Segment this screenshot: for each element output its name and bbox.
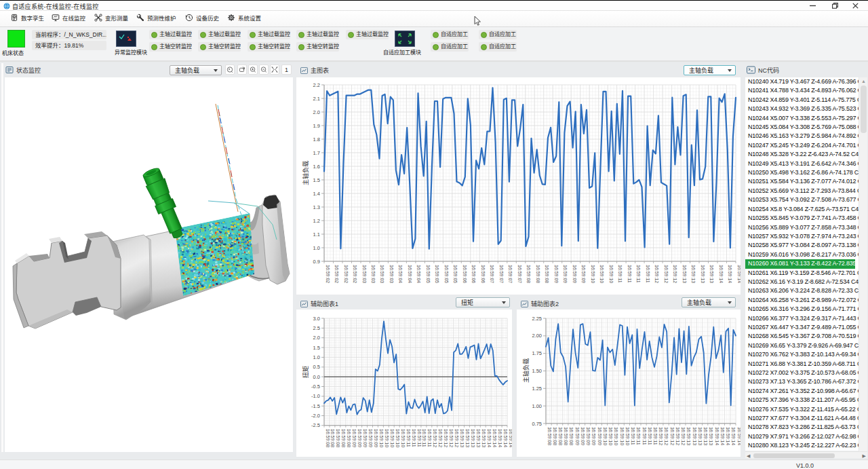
svg-text:16:59:14: 16:59:14 bbox=[726, 427, 730, 445]
svg-text:-2.5: -2.5 bbox=[311, 422, 320, 428]
svg-text:16:59:09: 16:59:09 bbox=[575, 427, 580, 445]
svg-text:16:59:10: 16:59:10 bbox=[599, 265, 604, 283]
svg-text:16:59:06: 16:59:06 bbox=[462, 265, 467, 283]
svg-text:16:59:14: 16:59:14 bbox=[715, 427, 719, 445]
svg-text:0.5: 0.5 bbox=[313, 364, 320, 370]
svg-text:16:59:14: 16:59:14 bbox=[492, 429, 497, 447]
svg-text:16:59:12: 16:59:12 bbox=[449, 429, 454, 447]
svg-text:1.00: 1.00 bbox=[532, 403, 542, 409]
svg-text:16:59:09: 16:59:09 bbox=[363, 429, 368, 447]
svg-text:16:59:11: 16:59:11 bbox=[642, 427, 647, 445]
svg-text:-1.5: -1.5 bbox=[311, 403, 320, 409]
svg-text:16:59:14: 16:59:14 bbox=[719, 265, 724, 283]
svg-text:16:59:08: 16:59:08 bbox=[326, 429, 330, 447]
svg-text:16:59:10: 16:59:10 bbox=[603, 427, 608, 445]
svg-text:16:59:13: 16:59:13 bbox=[481, 429, 486, 447]
svg-text:1.9: 1.9 bbox=[313, 123, 320, 129]
svg-text:1.1: 1.1 bbox=[313, 231, 320, 238]
svg-text:16:59:06: 16:59:06 bbox=[471, 265, 476, 283]
svg-text:-1.0: -1.0 bbox=[311, 393, 320, 399]
svg-text:16:59:05: 16:59:05 bbox=[444, 265, 449, 283]
svg-text:16:59:11: 16:59:11 bbox=[427, 429, 432, 447]
svg-text:1.5: 1.5 bbox=[313, 177, 320, 183]
svg-text:2.0: 2.0 bbox=[313, 335, 320, 341]
svg-text:16:59:12: 16:59:12 bbox=[454, 429, 459, 447]
svg-text:16:59:10: 16:59:10 bbox=[591, 265, 595, 283]
svg-text:16:59:13: 16:59:13 bbox=[476, 429, 481, 447]
svg-text:16:59:13: 16:59:13 bbox=[692, 427, 697, 445]
svg-text:16:59:09: 16:59:09 bbox=[352, 429, 357, 447]
svg-text:1.3: 1.3 bbox=[313, 204, 320, 210]
svg-text:2.5: 2.5 bbox=[313, 325, 320, 331]
svg-text:16:59:11: 16:59:11 bbox=[412, 429, 416, 447]
svg-text:16:59:14: 16:59:14 bbox=[737, 427, 741, 445]
svg-text:1.6: 1.6 bbox=[313, 164, 320, 170]
svg-text:16:59:13: 16:59:13 bbox=[701, 265, 705, 283]
svg-text:1.4: 1.4 bbox=[313, 191, 320, 197]
svg-text:16:59:14: 16:59:14 bbox=[737, 265, 741, 283]
svg-text:2.0: 2.0 bbox=[313, 109, 320, 115]
svg-text:16:59:14: 16:59:14 bbox=[720, 427, 725, 445]
svg-text:16:59:13: 16:59:13 bbox=[682, 265, 687, 283]
svg-text:16:59:10: 16:59:10 bbox=[384, 429, 389, 447]
svg-text:16:59:10: 16:59:10 bbox=[379, 429, 384, 447]
svg-text:16:59:11: 16:59:11 bbox=[417, 429, 422, 447]
svg-text:16:59:09: 16:59:09 bbox=[357, 429, 362, 447]
svg-text:16:59:08: 16:59:08 bbox=[558, 427, 563, 445]
svg-text:16:59:12: 16:59:12 bbox=[654, 265, 659, 283]
svg-text:3.0: 3.0 bbox=[313, 316, 320, 322]
svg-text:16:59:09: 16:59:09 bbox=[374, 429, 378, 447]
svg-text:1.8: 1.8 bbox=[313, 136, 320, 143]
svg-text:16:59:09: 16:59:09 bbox=[581, 265, 586, 283]
svg-text:16:59:03: 16:59:03 bbox=[371, 265, 376, 283]
svg-text:16:59:12: 16:59:12 bbox=[658, 427, 663, 445]
svg-text:16:59:11: 16:59:11 bbox=[653, 427, 658, 445]
svg-text:1.25: 1.25 bbox=[532, 386, 542, 392]
svg-text:16:59:09: 16:59:09 bbox=[580, 427, 585, 445]
svg-text:16:59:03: 16:59:03 bbox=[380, 265, 384, 283]
svg-text:16:59:11: 16:59:11 bbox=[636, 265, 641, 283]
svg-text:16:59:12: 16:59:12 bbox=[438, 429, 443, 447]
svg-text:16:59:13: 16:59:13 bbox=[703, 427, 708, 445]
svg-text:16:59:03: 16:59:03 bbox=[389, 265, 394, 283]
svg-text:16:59:12: 16:59:12 bbox=[673, 265, 677, 283]
svg-text:16:59:02: 16:59:02 bbox=[344, 265, 349, 283]
svg-text:16:59:08: 16:59:08 bbox=[347, 429, 351, 447]
svg-text:16:59:12: 16:59:12 bbox=[433, 429, 437, 447]
svg-text:16:59:08: 16:59:08 bbox=[341, 429, 346, 447]
svg-text:1.50: 1.50 bbox=[532, 368, 542, 374]
svg-text:16:59:08: 16:59:08 bbox=[564, 427, 568, 445]
svg-text:16:59:11: 16:59:11 bbox=[631, 427, 635, 445]
svg-text:16:59:07: 16:59:07 bbox=[508, 265, 513, 283]
svg-text:0.0: 0.0 bbox=[313, 374, 320, 380]
svg-text:16:59:08: 16:59:08 bbox=[569, 427, 574, 445]
svg-text:16:59:04: 16:59:04 bbox=[408, 265, 412, 283]
svg-text:16:59:13: 16:59:13 bbox=[691, 265, 696, 283]
svg-text:0.75: 0.75 bbox=[532, 421, 542, 427]
svg-text:16:59:08: 16:59:08 bbox=[526, 265, 531, 283]
svg-text:16:59:12: 16:59:12 bbox=[670, 427, 675, 445]
svg-text:16:59:11: 16:59:11 bbox=[618, 265, 623, 283]
svg-text:1.2: 1.2 bbox=[313, 218, 320, 224]
svg-text:16:59:13: 16:59:13 bbox=[465, 429, 470, 447]
svg-text:16:59:04: 16:59:04 bbox=[398, 265, 403, 283]
svg-text:2.2: 2.2 bbox=[313, 82, 320, 88]
svg-text:16:59:14: 16:59:14 bbox=[487, 429, 492, 447]
svg-text:16:59:12: 16:59:12 bbox=[681, 427, 686, 445]
svg-text:16:59:07: 16:59:07 bbox=[499, 265, 504, 283]
svg-text:16:59:10: 16:59:10 bbox=[401, 429, 406, 447]
svg-text:16:59:13: 16:59:13 bbox=[460, 429, 465, 447]
svg-text:16:59:12: 16:59:12 bbox=[664, 265, 669, 283]
svg-text:16:59:11: 16:59:11 bbox=[646, 265, 650, 283]
svg-text:16:59:09: 16:59:09 bbox=[591, 427, 596, 445]
svg-text:16:59:10: 16:59:10 bbox=[609, 265, 614, 283]
svg-text:1.0: 1.0 bbox=[313, 245, 320, 251]
svg-text:16:59:13: 16:59:13 bbox=[709, 265, 714, 283]
svg-text:16:59:11: 16:59:11 bbox=[636, 427, 641, 445]
svg-text:2.25: 2.25 bbox=[532, 316, 542, 322]
svg-text:16:59:14: 16:59:14 bbox=[503, 429, 508, 447]
svg-text:16:59:04: 16:59:04 bbox=[416, 265, 421, 283]
svg-text:16:59:09: 16:59:09 bbox=[554, 265, 559, 283]
svg-text:16:59:08: 16:59:08 bbox=[330, 429, 335, 447]
svg-text:16:59:03: 16:59:03 bbox=[362, 265, 367, 283]
